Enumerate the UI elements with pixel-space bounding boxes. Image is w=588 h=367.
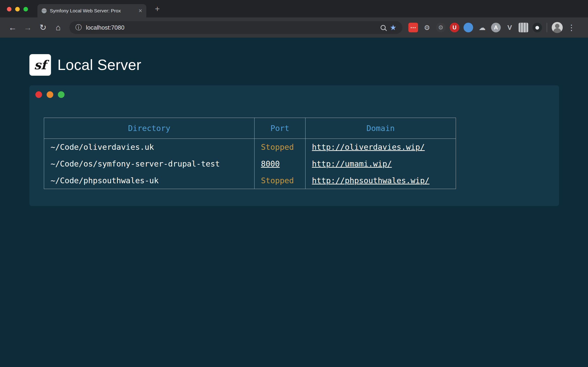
- zoom-icon[interactable]: [380, 25, 386, 30]
- domain-cell: http://phpsouthwales.wip/: [305, 172, 456, 189]
- bookmark-star-icon[interactable]: ★: [390, 24, 397, 31]
- domain-link[interactable]: http://oliverdavies.wip/: [312, 142, 425, 152]
- column-header-port: Port: [254, 118, 305, 139]
- port-link[interactable]: 8000: [261, 159, 280, 168]
- symfony-logo: sf: [29, 54, 51, 76]
- extension-blue-circle-icon[interactable]: [464, 23, 473, 32]
- directory-cell: ~/Code/os/symfony-server-drupal-test: [44, 156, 254, 172]
- url-text[interactable]: localhost:7080: [86, 24, 376, 31]
- extension-dark-circle-icon[interactable]: [532, 23, 542, 32]
- port-cell: Stopped: [254, 172, 305, 189]
- column-header-directory: Directory: [44, 118, 254, 139]
- port-cell: 8000: [254, 156, 305, 172]
- extension-gear-icon[interactable]: ⚙: [422, 23, 432, 32]
- status-stopped: Stopped: [261, 142, 294, 152]
- green-dot-icon: [58, 91, 65, 98]
- table-row: ~/Code/os/symfony-server-drupal-test 800…: [44, 156, 456, 172]
- directory-cell: ~/Code/phpsouthwales-uk: [44, 172, 254, 189]
- browser-toolbar: ← → ↻ ⌂ ⓘ localhost:7080 ★ ⋯ ⚙ ⚙ U ☁ A V…: [0, 17, 588, 38]
- domain-cell: http://umami.wip/: [305, 156, 456, 172]
- brand-header: sf Local Server: [29, 54, 588, 76]
- window-maximize-button[interactable]: [23, 7, 28, 11]
- page-title: Local Server: [57, 56, 141, 73]
- server-card: Directory Port Domain ~/Code/oliverdavie…: [29, 85, 559, 206]
- extensions-area: ⋯ ⚙ ⚙ U ☁ A V: [408, 23, 542, 32]
- extension-red-u-icon[interactable]: U: [450, 23, 459, 32]
- extension-cloud-icon[interactable]: ☁: [477, 23, 487, 32]
- table-header-row: Directory Port Domain: [44, 118, 456, 139]
- tab-strip: Symfony Local Web Server: Prox × +: [0, 0, 588, 17]
- profile-avatar[interactable]: [552, 22, 563, 33]
- page-info-icon[interactable]: ⓘ: [75, 23, 82, 32]
- browser-tab[interactable]: Symfony Local Web Server: Prox ×: [37, 4, 146, 17]
- window-minimize-button[interactable]: [15, 7, 20, 11]
- domain-link[interactable]: http://umami.wip/: [312, 159, 392, 168]
- extension-dark-gear-icon[interactable]: ⚙: [436, 23, 446, 32]
- status-stopped: Stopped: [261, 176, 294, 185]
- window-controls: [7, 7, 28, 11]
- extension-a-icon[interactable]: A: [491, 23, 501, 32]
- card-window-dots: [35, 91, 559, 98]
- extension-red-dots-icon[interactable]: ⋯: [408, 23, 418, 32]
- red-dot-icon: [35, 91, 42, 98]
- window-close-button[interactable]: [7, 7, 11, 11]
- favicon-globe-icon: [42, 8, 47, 13]
- address-bar[interactable]: ⓘ localhost:7080 ★: [69, 21, 402, 34]
- extension-v-icon[interactable]: V: [505, 23, 515, 32]
- orange-dot-icon: [47, 91, 53, 98]
- table-row: ~/Code/oliverdavies.uk Stopped http://ol…: [44, 139, 456, 156]
- domain-link[interactable]: http://phpsouthwales.wip/: [312, 176, 430, 185]
- servers-table: Directory Port Domain ~/Code/oliverdavie…: [44, 118, 456, 189]
- port-cell: Stopped: [254, 139, 305, 156]
- directory-cell: ~/Code/oliverdavies.uk: [44, 139, 254, 156]
- forward-button[interactable]: →: [21, 21, 35, 34]
- extension-gray-square-icon[interactable]: [519, 23, 528, 32]
- back-button[interactable]: ←: [6, 21, 19, 34]
- toolbar-divider: [547, 23, 547, 32]
- domain-cell: http://oliverdavies.wip/: [305, 139, 456, 156]
- tab-close-icon[interactable]: ×: [138, 8, 142, 14]
- browser-menu-icon[interactable]: ⋮: [567, 23, 576, 32]
- home-button[interactable]: ⌂: [52, 21, 65, 34]
- new-tab-button[interactable]: +: [152, 4, 163, 14]
- page-content: sf Local Server Directory Port Domain: [0, 38, 588, 367]
- column-header-domain: Domain: [305, 118, 456, 139]
- browser-window: Symfony Local Web Server: Prox × + ← → ↻…: [0, 0, 588, 367]
- tab-title: Symfony Local Web Server: Prox: [50, 8, 135, 14]
- table-row: ~/Code/phpsouthwales-uk Stopped http://p…: [44, 172, 456, 189]
- reload-button[interactable]: ↻: [36, 21, 50, 34]
